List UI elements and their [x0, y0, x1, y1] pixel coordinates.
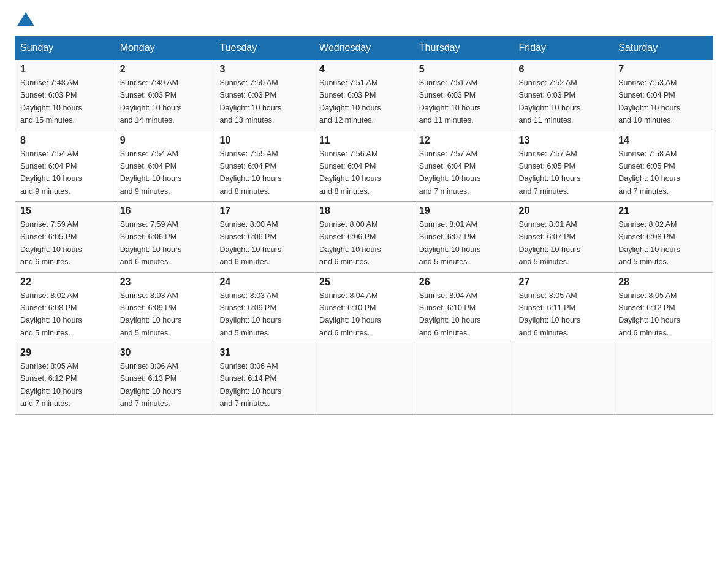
day-info: Sunrise: 7:57 AMSunset: 6:04 PMDaylight:…: [419, 150, 481, 196]
day-number: 4: [319, 64, 409, 75]
calendar-cell: 1 Sunrise: 7:48 AMSunset: 6:03 PMDayligh…: [15, 60, 115, 131]
day-info: Sunrise: 8:03 AMSunset: 6:09 PMDaylight:…: [219, 291, 281, 337]
day-number: 3: [219, 64, 309, 75]
day-number: 12: [419, 135, 509, 146]
calendar-cell: 3 Sunrise: 7:50 AMSunset: 6:03 PMDayligh…: [214, 60, 314, 131]
calendar-cell: 9 Sunrise: 7:54 AMSunset: 6:04 PMDayligh…: [115, 131, 214, 202]
calendar-week-row: 1 Sunrise: 7:48 AMSunset: 6:03 PMDayligh…: [15, 60, 713, 131]
day-number: 16: [120, 205, 210, 216]
day-info: Sunrise: 7:49 AMSunset: 6:03 PMDaylight:…: [120, 79, 182, 124]
calendar-cell: 21 Sunrise: 8:02 AMSunset: 6:08 PMDaylig…: [613, 202, 713, 273]
calendar-cell: 23 Sunrise: 8:03 AMSunset: 6:09 PMDaylig…: [115, 272, 214, 343]
calendar-cell: 12 Sunrise: 7:57 AMSunset: 6:04 PMDaylig…: [414, 131, 514, 202]
calendar-week-row: 15 Sunrise: 7:59 AMSunset: 6:05 PMDaylig…: [15, 202, 713, 273]
day-info: Sunrise: 7:54 AMSunset: 6:04 PMDaylight:…: [120, 150, 182, 196]
calendar-cell: [514, 343, 613, 415]
day-info: Sunrise: 8:04 AMSunset: 6:10 PMDaylight:…: [419, 291, 481, 337]
day-info: Sunrise: 8:00 AMSunset: 6:06 PMDaylight:…: [319, 220, 381, 266]
day-info: Sunrise: 7:59 AMSunset: 6:05 PMDaylight:…: [20, 220, 82, 266]
calendar-cell: 5 Sunrise: 7:51 AMSunset: 6:03 PMDayligh…: [414, 60, 514, 131]
day-number: 20: [519, 205, 609, 216]
calendar-week-row: 22 Sunrise: 8:02 AMSunset: 6:08 PMDaylig…: [15, 272, 713, 343]
day-info: Sunrise: 7:51 AMSunset: 6:03 PMDaylight:…: [419, 79, 481, 124]
day-number: 24: [219, 277, 309, 288]
day-number: 2: [120, 64, 210, 75]
day-info: Sunrise: 7:55 AMSunset: 6:04 PMDaylight:…: [219, 150, 281, 196]
day-info: Sunrise: 7:51 AMSunset: 6:03 PMDaylight:…: [319, 79, 381, 124]
header-saturday: Saturday: [613, 36, 713, 60]
day-info: Sunrise: 8:00 AMSunset: 6:06 PMDaylight:…: [219, 220, 281, 266]
day-number: 17: [219, 205, 309, 216]
day-number: 15: [20, 205, 110, 216]
calendar-cell: 2 Sunrise: 7:49 AMSunset: 6:03 PMDayligh…: [115, 60, 214, 131]
day-number: 21: [618, 205, 708, 216]
header-monday: Monday: [115, 36, 214, 60]
day-number: 11: [319, 135, 409, 146]
day-info: Sunrise: 7:56 AMSunset: 6:04 PMDaylight:…: [319, 150, 381, 196]
calendar-cell: 11 Sunrise: 7:56 AMSunset: 6:04 PMDaylig…: [314, 131, 414, 202]
header-wednesday: Wednesday: [314, 36, 414, 60]
day-number: 6: [519, 64, 609, 75]
day-number: 25: [319, 277, 409, 288]
day-info: Sunrise: 7:59 AMSunset: 6:06 PMDaylight:…: [120, 220, 182, 266]
day-number: 9: [120, 135, 210, 146]
calendar-cell: 14 Sunrise: 7:58 AMSunset: 6:05 PMDaylig…: [613, 131, 713, 202]
day-number: 8: [20, 135, 110, 146]
day-number: 5: [419, 64, 509, 75]
day-info: Sunrise: 7:48 AMSunset: 6:03 PMDaylight:…: [20, 79, 82, 124]
calendar-table: SundayMondayTuesdayWednesdayThursdayFrid…: [15, 36, 713, 415]
day-number: 26: [419, 277, 509, 288]
header-tuesday: Tuesday: [214, 36, 314, 60]
calendar-cell: 6 Sunrise: 7:52 AMSunset: 6:03 PMDayligh…: [514, 60, 613, 131]
calendar-cell: 29 Sunrise: 8:05 AMSunset: 6:12 PMDaylig…: [15, 343, 115, 415]
calendar-cell: 16 Sunrise: 7:59 AMSunset: 6:06 PMDaylig…: [115, 202, 214, 273]
day-info: Sunrise: 8:06 AMSunset: 6:13 PMDaylight:…: [120, 362, 182, 408]
day-number: 22: [20, 277, 110, 288]
calendar-cell: 10 Sunrise: 7:55 AMSunset: 6:04 PMDaylig…: [214, 131, 314, 202]
day-info: Sunrise: 7:54 AMSunset: 6:04 PMDaylight:…: [20, 150, 82, 196]
day-info: Sunrise: 8:05 AMSunset: 6:11 PMDaylight:…: [519, 291, 581, 337]
calendar-week-row: 29 Sunrise: 8:05 AMSunset: 6:12 PMDaylig…: [15, 343, 713, 415]
day-info: Sunrise: 7:50 AMSunset: 6:03 PMDaylight:…: [219, 79, 281, 124]
day-number: 19: [419, 205, 509, 216]
calendar-week-row: 8 Sunrise: 7:54 AMSunset: 6:04 PMDayligh…: [15, 131, 713, 202]
calendar-cell: 8 Sunrise: 7:54 AMSunset: 6:04 PMDayligh…: [15, 131, 115, 202]
day-info: Sunrise: 7:53 AMSunset: 6:04 PMDaylight:…: [618, 79, 680, 124]
logo-triangle-icon: [17, 12, 34, 26]
day-number: 7: [618, 64, 708, 75]
calendar-cell: 20 Sunrise: 8:01 AMSunset: 6:07 PMDaylig…: [514, 202, 613, 273]
day-number: 29: [20, 347, 110, 358]
day-info: Sunrise: 8:01 AMSunset: 6:07 PMDaylight:…: [519, 220, 581, 266]
calendar-header-row: SundayMondayTuesdayWednesdayThursdayFrid…: [15, 36, 713, 60]
day-number: 28: [618, 277, 708, 288]
calendar-cell: 27 Sunrise: 8:05 AMSunset: 6:11 PMDaylig…: [514, 272, 613, 343]
day-info: Sunrise: 8:01 AMSunset: 6:07 PMDaylight:…: [419, 220, 481, 266]
calendar-cell: [613, 343, 713, 415]
day-number: 1: [20, 64, 110, 75]
day-number: 10: [219, 135, 309, 146]
day-number: 18: [319, 205, 409, 216]
calendar-cell: 22 Sunrise: 8:02 AMSunset: 6:08 PMDaylig…: [15, 272, 115, 343]
calendar-cell: 30 Sunrise: 8:06 AMSunset: 6:13 PMDaylig…: [115, 343, 214, 415]
day-info: Sunrise: 8:02 AMSunset: 6:08 PMDaylight:…: [20, 291, 82, 337]
calendar-cell: 13 Sunrise: 7:57 AMSunset: 6:05 PMDaylig…: [514, 131, 613, 202]
day-number: 14: [618, 135, 708, 146]
calendar-cell: 25 Sunrise: 8:04 AMSunset: 6:10 PMDaylig…: [314, 272, 414, 343]
logo: [15, 15, 34, 23]
day-number: 30: [120, 347, 210, 358]
calendar-cell: 7 Sunrise: 7:53 AMSunset: 6:04 PMDayligh…: [613, 60, 713, 131]
day-info: Sunrise: 8:04 AMSunset: 6:10 PMDaylight:…: [319, 291, 381, 337]
day-info: Sunrise: 8:03 AMSunset: 6:09 PMDaylight:…: [120, 291, 182, 337]
page-header: [15, 15, 713, 23]
day-info: Sunrise: 8:02 AMSunset: 6:08 PMDaylight:…: [618, 220, 680, 266]
header-thursday: Thursday: [414, 36, 514, 60]
calendar-cell: 28 Sunrise: 8:05 AMSunset: 6:12 PMDaylig…: [613, 272, 713, 343]
calendar-cell: 18 Sunrise: 8:00 AMSunset: 6:06 PMDaylig…: [314, 202, 414, 273]
day-number: 23: [120, 277, 210, 288]
day-number: 13: [519, 135, 609, 146]
day-number: 31: [219, 347, 309, 358]
header-friday: Friday: [514, 36, 613, 60]
calendar-cell: [314, 343, 414, 415]
calendar-cell: 15 Sunrise: 7:59 AMSunset: 6:05 PMDaylig…: [15, 202, 115, 273]
day-info: Sunrise: 7:52 AMSunset: 6:03 PMDaylight:…: [519, 79, 581, 124]
